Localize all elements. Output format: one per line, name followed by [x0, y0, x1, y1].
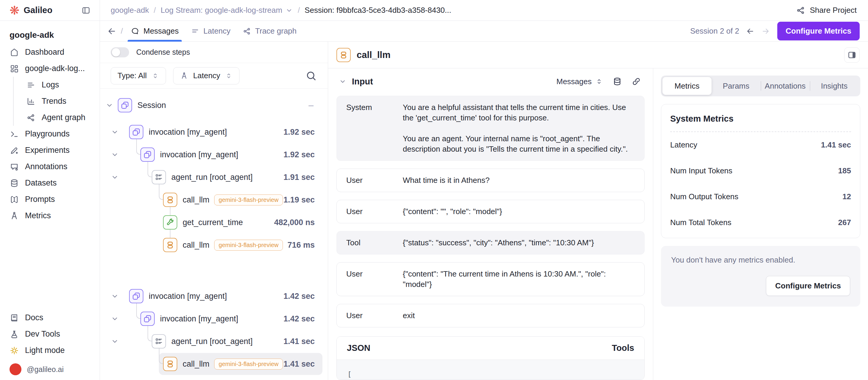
sidebar-item-label: Experiments — [25, 146, 70, 155]
share-project-button[interactable]: Share Project — [796, 6, 857, 15]
metric-value: 12 — [842, 192, 851, 201]
tree-connector — [136, 303, 141, 319]
sidebar-item-prompts[interactable]: Prompts — [0, 191, 100, 208]
trace-row[interactable]: call_llmgemini-3-flash-preview1.19 sec — [100, 189, 328, 211]
input-section-header: Input Messages — [328, 68, 653, 95]
next-session-arrow-icon[interactable] — [761, 27, 770, 36]
configure-metrics-secondary-button[interactable]: Configure Metrics — [766, 276, 850, 296]
database-icon[interactable] — [613, 77, 622, 86]
chevron-down-icon[interactable] — [111, 315, 119, 323]
sidebar-item-annotations[interactable]: Annotations — [0, 158, 100, 175]
trace-row[interactable]: call_llmgemini-3-flash-preview1.41 sec — [100, 353, 328, 375]
previous-session-arrow-icon[interactable] — [746, 27, 755, 36]
chevron-down-icon[interactable] — [339, 77, 346, 85]
sidebar-item-playgrounds[interactable]: Playgrounds — [0, 126, 100, 142]
tab-label: Messages — [144, 27, 179, 36]
metrics-panel: MetricsParamsAnnotationsInsights System … — [653, 68, 868, 380]
updown-chevrons-icon — [225, 72, 232, 80]
sidebar-item-dashboard[interactable]: Dashboard — [0, 44, 100, 60]
trends-icon — [26, 97, 36, 106]
trace-tree-panel: Condense steps Type: All Latency Session… — [100, 42, 328, 380]
tree-connector — [170, 207, 170, 216]
tab-messages[interactable]: Messages — [125, 21, 185, 41]
sidebar-item-label: Datasets — [25, 179, 57, 188]
session-pager: Session 2 of 2 — [690, 27, 770, 36]
sidebar-item-experiments[interactable]: Experiments — [0, 142, 100, 158]
tab-latency[interactable]: Latency — [185, 21, 237, 41]
annotate-icon — [9, 162, 19, 171]
model-badge: gemini-3-flash-preview — [214, 240, 283, 251]
chevron-down-icon[interactable] — [111, 128, 119, 136]
configure-metrics-button[interactable]: Configure Metrics — [777, 22, 860, 40]
tab-trace-graph[interactable]: Trace graph — [237, 21, 303, 41]
trace-row[interactable]: agent_run [root_agent]1.41 sec — [100, 330, 328, 353]
sidebar-item-datasets[interactable]: Datasets — [0, 175, 100, 191]
compass-icon — [180, 72, 188, 80]
condense-steps-toggle[interactable] — [111, 47, 129, 57]
trace-row[interactable]: invocation [my_agent]1.92 sec — [100, 143, 328, 166]
sidebar-item-docs[interactable]: Docs — [0, 310, 100, 326]
trace-row[interactable]: Session– — [100, 94, 328, 117]
trace-row-label: Session — [137, 101, 166, 110]
breadcrumb-logstream-link[interactable]: Log Stream: google-adk-log-stream — [161, 6, 282, 15]
search-icon[interactable] — [305, 70, 317, 82]
tab-label: Trace graph — [255, 27, 297, 36]
chevron-down-icon[interactable] — [105, 101, 114, 109]
sidebar-item-logs[interactable]: Logs — [0, 77, 100, 93]
message-user: Userexit — [336, 304, 645, 327]
breadcrumb-separator: / — [293, 6, 305, 15]
chevron-down-icon[interactable] — [285, 6, 293, 14]
metrics-tab-insights[interactable]: Insights — [810, 77, 859, 95]
sidebar-item-agent-graph[interactable]: Agent graph — [0, 109, 100, 126]
trace-row-label: agent_run [root_agent] — [171, 337, 252, 346]
trace-row[interactable]: invocation [my_agent]1.92 sec — [100, 121, 328, 143]
trace-row[interactable]: agent_run [root_agent]1.91 sec — [100, 166, 328, 189]
sidebar-footer: DocsDev ToolsLight mode @galileo.ai — [0, 310, 100, 380]
view-mode-select[interactable]: Messages — [557, 77, 603, 86]
view-tabbar: / MessagesLatencyTrace graph Session 2 o… — [100, 21, 868, 42]
trace-row[interactable]: get_current_time482,000 ns — [100, 211, 328, 234]
message-role: Tool — [346, 238, 403, 248]
breadcrumb-project-link[interactable]: google-adk — [111, 6, 149, 15]
sidebar-item-dev-tools[interactable]: Dev Tools — [0, 326, 100, 342]
chevron-down-icon[interactable] — [111, 173, 119, 181]
sidebar-collapse-icon[interactable] — [81, 6, 91, 15]
type-filter-select[interactable]: Type: All — [111, 67, 166, 85]
trace-row[interactable]: invocation [my_agent]1.42 sec — [100, 285, 328, 308]
trace-row[interactable]: call_llmgemini-3-flash-preview716 ms — [100, 234, 328, 256]
metrics-tab-params[interactable]: Params — [712, 77, 761, 95]
metric-row: Latency1.41 sec — [670, 132, 851, 158]
user-menu[interactable]: @galileo.ai — [0, 358, 100, 380]
sidebar-item-light-mode[interactable]: Light mode — [0, 342, 100, 358]
metrics-tab-metrics[interactable]: Metrics — [662, 77, 712, 95]
json-code-block: [ { "description": "Returns the current … — [337, 360, 644, 380]
trace-row[interactable]: invocation [my_agent]1.42 sec — [100, 308, 328, 330]
metrics-tab-annotations[interactable]: Annotations — [761, 77, 810, 95]
sidebar-item-label: Logs — [42, 80, 59, 90]
chevron-down-icon[interactable] — [111, 292, 119, 300]
breadcrumb-separator: / — [149, 6, 161, 15]
copy-node-icon — [141, 148, 155, 162]
chevron-down-icon[interactable] — [111, 337, 119, 346]
message-user: UserWhat time is it in Athens? — [336, 168, 645, 192]
chevron-down-icon[interactable] — [111, 151, 119, 159]
metric-filter-select[interactable]: Latency — [173, 67, 240, 85]
sidebar-item-metrics[interactable]: Metrics — [0, 208, 100, 224]
collapse-all-minus[interactable]: – — [308, 100, 313, 110]
type-filter-value: Type: All — [118, 71, 147, 80]
panel-toggle-button[interactable] — [844, 47, 860, 63]
sidebar-item-google-adk-log-[interactable]: google-adk-log... — [0, 60, 100, 77]
logo-text: Galileo — [24, 5, 53, 15]
link-icon[interactable] — [631, 77, 641, 86]
home-icon — [9, 48, 19, 57]
updown-chevrons-icon — [151, 72, 159, 80]
message-user: User{"content": "", "role": "model"} — [336, 200, 645, 223]
duration-value: 1.91 sec — [283, 173, 315, 182]
sidebar-item-trends[interactable]: Trends — [0, 93, 100, 109]
trace-row-label: get_current_time — [183, 218, 243, 227]
message-text: {"content": "", "role": "model"} — [403, 207, 635, 217]
model-badge: gemini-3-flash-preview — [214, 194, 283, 205]
trace-row-label: invocation [my_agent] — [160, 314, 238, 323]
back-arrow-icon[interactable] — [107, 27, 117, 36]
json-tools-panel: JSON Tools [ { "description": "Returns t… — [336, 336, 645, 380]
